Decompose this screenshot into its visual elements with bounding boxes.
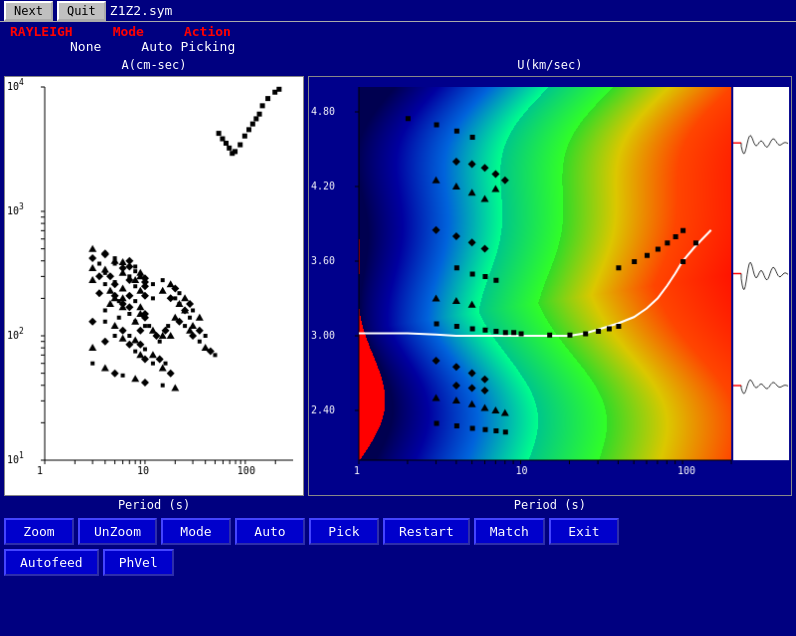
zoom-button[interactable]: Zoom [4, 518, 74, 545]
header-row2: None Auto Picking [10, 39, 786, 54]
mode-value: None [70, 39, 101, 54]
left-panel-title: A(cm-sec) [121, 58, 186, 72]
bottom-buttons: Zoom UnZoom Mode Auto Pick Restart Match… [0, 512, 796, 582]
exit-button[interactable]: Exit [549, 518, 619, 545]
left-panel-wrapper: A(cm-sec) Period (s) [4, 76, 304, 512]
panels-container: A(cm-sec) Period (s) U(km/sec) Period (s… [0, 56, 796, 512]
button-row-2: Autofeed PhVel [4, 549, 792, 576]
mode-button[interactable]: Mode [161, 518, 231, 545]
action-value: Auto Picking [141, 39, 235, 54]
right-panel-wrapper: U(km/sec) Period (s) [308, 76, 792, 512]
filename-label: Z1Z2.sym [110, 3, 173, 18]
restart-button[interactable]: Restart [383, 518, 470, 545]
quit-button[interactable]: Quit [57, 1, 106, 21]
button-row-1: Zoom UnZoom Mode Auto Pick Restart Match… [4, 518, 792, 545]
left-x-label: Period (s) [4, 498, 304, 512]
match-button[interactable]: Match [474, 518, 545, 545]
auto-button[interactable]: Auto [235, 518, 305, 545]
rayleigh-label: RAYLEIGH [10, 24, 73, 39]
unzoom-button[interactable]: UnZoom [78, 518, 157, 545]
right-panel-title: U(km/sec) [517, 58, 582, 72]
autofeed-button[interactable]: Autofeed [4, 549, 99, 576]
pick-button[interactable]: Pick [309, 518, 379, 545]
mode-header: Mode [113, 24, 144, 39]
title-bar: Next Quit Z1Z2.sym [0, 0, 796, 22]
phvel-button[interactable]: PhVel [103, 549, 174, 576]
header-row1: RAYLEIGH Mode Action [10, 24, 786, 39]
left-panel [4, 76, 304, 496]
right-panel [308, 76, 792, 496]
right-canvas [309, 77, 791, 495]
action-header: Action [184, 24, 231, 39]
right-x-label: Period (s) [308, 498, 792, 512]
left-canvas [5, 77, 303, 495]
header: RAYLEIGH Mode Action None Auto Picking [0, 22, 796, 56]
next-button[interactable]: Next [4, 1, 53, 21]
